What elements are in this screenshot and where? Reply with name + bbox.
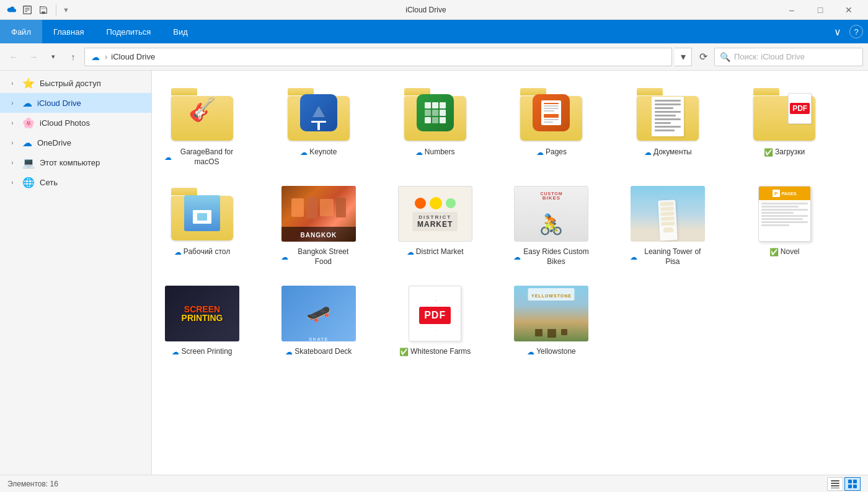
cloud-badge: ☁ Рабочий стол xyxy=(174,247,230,257)
cloud-badge: ☁ Документы xyxy=(644,147,692,157)
svg-rect-10 xyxy=(848,480,852,483)
address-bar: ← → ▾ ↑ ☁ › iCloud Drive ▾ ⟳ 🔍 Поиск: iC… xyxy=(0,43,868,71)
keynote-icon xyxy=(300,94,337,131)
sidebar-item-icloud-drive[interactable]: › ☁ iCloud Drive xyxy=(0,93,151,113)
icloud-drive-icon: ☁ xyxy=(22,97,32,109)
file-item-documents[interactable]: ☁ Документы xyxy=(627,78,708,173)
expand-icon: › xyxy=(7,157,17,167)
cloud-badge: ☁ Numbers xyxy=(415,147,455,157)
edit-icon[interactable] xyxy=(21,4,33,16)
save-icon[interactable] xyxy=(37,4,50,16)
menu-item-share[interactable]: Поделиться xyxy=(95,20,162,43)
minimize-button[interactable]: – xyxy=(777,0,806,20)
sidebar-item-icloud-photos[interactable]: › 🌸 iCloud Photos xyxy=(0,113,151,133)
cloud-badge: ☁ Leaning Tower of Pisa xyxy=(630,247,706,266)
file-thumbnail-screen: SCREEN PRINTING xyxy=(165,283,239,345)
network-icon: 🌐 xyxy=(22,177,35,188)
cloud-badge: ☁ Yellowstone xyxy=(527,347,576,357)
file-item-novel[interactable]: P PAGES xyxy=(744,178,825,273)
sidebar-item-quickaccess[interactable]: › ⭐ Быстрый доступ xyxy=(0,73,151,93)
file-item-skateboard[interactable]: 🛹 SKATE ☁ Skateboard Deck xyxy=(278,278,359,363)
pages-icon xyxy=(533,94,570,131)
file-thumbnail-downloads: PDF xyxy=(747,83,822,145)
file-item-numbers[interactable]: ☁ Numbers xyxy=(395,78,476,173)
cloud-badge: ☁ Skateboard Deck xyxy=(285,347,352,357)
numbers-icon xyxy=(417,94,454,131)
main-content: › ⭐ Быстрый доступ › ☁ iCloud Drive › 🌸 … xyxy=(0,71,868,475)
downloads-pdf-icon: PDF xyxy=(788,93,812,124)
file-item-pages[interactable]: ☁ Pages xyxy=(511,78,591,173)
file-thumbnail-keynote xyxy=(281,83,356,145)
search-placeholder: Поиск: iCloud Drive xyxy=(734,52,805,61)
menu-item-view[interactable]: Вид xyxy=(162,20,199,43)
up-button[interactable]: ↑ xyxy=(64,48,82,66)
menu-help-button[interactable]: ? xyxy=(849,25,863,38)
status-bar: Элементов: 16 xyxy=(0,475,868,492)
quick-access-label: ▼ xyxy=(63,6,69,14)
cloud-badge: ☁ District Market xyxy=(407,247,464,257)
search-icon: 🔍 xyxy=(720,52,730,62)
file-item-yellowstone[interactable]: YELLOWSTONE ☁ Yellowstone xyxy=(511,278,591,363)
menu-chevron-button[interactable]: ∨ xyxy=(828,22,847,41)
dropdown-button[interactable]: ▾ xyxy=(45,48,62,66)
refresh-button[interactable]: ⟳ xyxy=(694,48,712,66)
file-thumbnail-pages xyxy=(514,83,588,145)
file-item-bangkok[interactable]: BANGKOK ☁ Bangkok Street Food xyxy=(278,178,359,273)
list-view-button[interactable] xyxy=(827,477,843,491)
file-item-leaning-tower[interactable]: ☁ Leaning Tower of Pisa xyxy=(627,178,708,273)
documents-folder-icon xyxy=(652,97,684,136)
file-item-garageband[interactable]: 🎸 ☁ GarageBand for macOS xyxy=(162,78,242,173)
title-bar: ▼ iCloud Drive – □ ✕ xyxy=(0,0,868,20)
file-item-desktop[interactable]: ☁ Рабочий стол xyxy=(162,178,242,273)
file-item-screen-printing[interactable]: SCREEN PRINTING ☁ Screen Printing xyxy=(162,278,242,363)
file-thumbnail-tower xyxy=(631,183,705,245)
cloud-badge: ☁ GarageBand for macOS xyxy=(164,147,240,167)
cloud-badge: ☁ Pages xyxy=(536,147,567,157)
file-item-whitestone[interactable]: PDF ✅ Whitestone Farms xyxy=(395,278,476,363)
file-thumbnail-district: DISTRICT MARKET xyxy=(398,183,472,245)
cloud-badge: ☁ Easy Rides Custom Bikes xyxy=(513,247,589,266)
sidebar-item-this-pc[interactable]: › 💻 Этот компьютер xyxy=(0,152,151,172)
file-item-easy-rides[interactable]: CUSTOM BIKES 🚴 ☁ Easy Rides Custom Bikes xyxy=(511,178,591,273)
address-chevron-button[interactable]: ▾ xyxy=(675,48,692,66)
svg-rect-11 xyxy=(853,480,857,483)
file-thumbnail-garageband: 🎸 xyxy=(165,83,239,145)
file-item-downloads[interactable]: PDF ✅ Загрузки xyxy=(744,78,825,173)
divider xyxy=(56,4,56,15)
file-thumbnail-numbers xyxy=(398,83,472,145)
svg-rect-7 xyxy=(831,483,839,484)
cloud-badge: ☁ Bangkok Street Food xyxy=(281,247,356,266)
sidebar: › ⭐ Быстрый доступ › ☁ iCloud Drive › 🌸 … xyxy=(0,71,152,475)
file-area: 🎸 ☁ GarageBand for macOS xyxy=(152,71,868,475)
window-controls: – □ ✕ xyxy=(777,0,863,20)
expand-icon: › xyxy=(7,138,17,147)
onedrive-icon: ☁ xyxy=(22,137,32,149)
cloud-badge: ☁ Screen Printing xyxy=(172,347,232,357)
svg-rect-4 xyxy=(42,11,45,14)
maximize-button[interactable]: □ xyxy=(806,0,835,20)
sidebar-item-network[interactable]: › 🌐 Сеть xyxy=(0,172,151,192)
svg-rect-13 xyxy=(853,485,857,488)
svg-rect-9 xyxy=(831,488,839,488)
forward-button[interactable]: → xyxy=(25,48,42,66)
search-box[interactable]: 🔍 Поиск: iCloud Drive xyxy=(714,48,863,66)
grid-view-button[interactable] xyxy=(844,477,861,491)
menu-item-home[interactable]: Главная xyxy=(42,20,95,43)
file-thumbnail-skate: 🛹 SKATE xyxy=(281,283,356,345)
file-thumbnail-novel: P PAGES xyxy=(747,183,822,245)
file-item-keynote[interactable]: ☁ Keynote xyxy=(278,78,359,173)
menu-item-file[interactable]: Файл xyxy=(0,20,42,43)
cloud-icon xyxy=(5,4,17,16)
file-item-district-market[interactable]: DISTRICT MARKET ☁ District Market xyxy=(395,178,476,273)
file-grid: 🎸 ☁ GarageBand for macOS xyxy=(162,78,858,363)
district-thumbnail: DISTRICT MARKET xyxy=(398,186,472,242)
address-separator: › xyxy=(105,52,107,61)
svg-rect-5 xyxy=(41,6,45,9)
back-button[interactable]: ← xyxy=(5,48,22,66)
file-thumbnail-desktop xyxy=(165,183,239,245)
title-bar-icons: ▼ xyxy=(5,4,69,16)
address-input[interactable]: ☁ › iCloud Drive xyxy=(84,48,672,66)
close-button[interactable]: ✕ xyxy=(835,0,863,20)
cloud-badge-check: ✅ Загрузки xyxy=(764,147,805,157)
sidebar-item-onedrive[interactable]: › ☁ OneDrive xyxy=(0,133,151,152)
